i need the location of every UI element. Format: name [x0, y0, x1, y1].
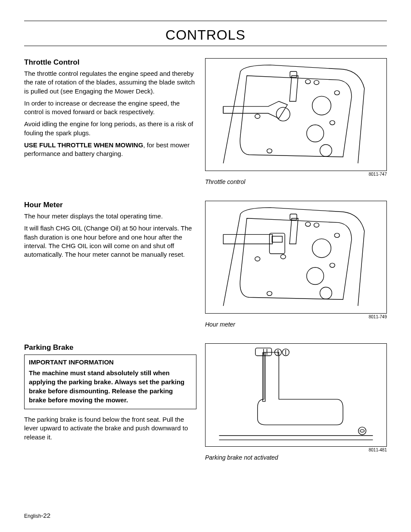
throttle-p4-strong: USE FULL THROTTLE WHEN MOWING	[24, 141, 143, 149]
svg-point-16	[314, 223, 319, 227]
parking-brake-icon	[206, 344, 386, 446]
page-footer: English-22	[24, 512, 50, 519]
svg-point-28	[360, 429, 364, 432]
hour-meter-figure	[205, 201, 387, 314]
important-body: The machine must stand absolutely still …	[29, 368, 192, 404]
svg-point-7	[255, 114, 260, 118]
svg-rect-10	[290, 72, 297, 78]
svg-rect-24	[272, 236, 282, 242]
svg-point-18	[255, 257, 260, 261]
throttle-p1: The throttle control regulates the engin…	[24, 69, 196, 96]
throttle-control-icon	[206, 59, 386, 171]
throttle-figure	[205, 58, 387, 171]
hour-p1: The hour meter displays the total operat…	[24, 212, 196, 221]
footer-page-number: -22	[41, 512, 50, 519]
svg-point-19	[330, 263, 335, 268]
throttle-p3: Avoid idling the engine for long periods…	[24, 120, 196, 137]
brake-figure-caption: Parking brake not activated	[205, 454, 387, 461]
throttle-figure-caption: Throttle control	[205, 178, 387, 185]
svg-point-2	[307, 125, 324, 142]
footer-language: English	[24, 513, 41, 519]
hour-figure-id: 8011-749	[205, 314, 387, 319]
throttle-heading: Throttle Control	[24, 58, 196, 67]
brake-p1: The parking brake is found below the fro…	[24, 415, 196, 442]
svg-point-20	[267, 291, 272, 296]
svg-point-5	[314, 81, 319, 85]
svg-point-27	[358, 427, 366, 435]
svg-point-9	[267, 149, 272, 153]
svg-point-13	[307, 268, 324, 285]
brake-heading: Parking Brake	[24, 343, 196, 352]
svg-point-0	[276, 107, 290, 121]
svg-point-21	[280, 255, 286, 259]
svg-point-15	[305, 222, 311, 227]
section-parking-brake: Parking Brake IMPORTANT INFORMATION The …	[24, 343, 387, 461]
hour-figure-caption: Hour meter	[205, 321, 387, 328]
important-information-box: IMPORTANT INFORMATION The machine must s…	[24, 355, 196, 409]
svg-point-17	[334, 233, 339, 237]
brake-figure-id: 8011-481	[205, 448, 387, 452]
svg-rect-22	[290, 214, 297, 220]
svg-point-8	[330, 121, 335, 125]
throttle-figure-id: 8011-747	[205, 172, 387, 177]
hour-p2: It will flash CHG OIL (Change Oil) at 50…	[24, 224, 196, 259]
svg-point-6	[334, 90, 339, 95]
page-title: CONTROLS	[24, 24, 387, 46]
svg-point-1	[312, 96, 331, 115]
section-throttle: Throttle Control The throttle control re…	[24, 58, 387, 185]
hour-meter-icon	[206, 201, 386, 313]
throttle-p4: USE FULL THROTTLE WHEN MOWING, for best …	[24, 141, 196, 159]
svg-point-3	[320, 144, 332, 156]
important-title: IMPORTANT INFORMATION	[29, 358, 192, 366]
svg-point-4	[305, 80, 311, 84]
throttle-p2: In order to increase or decrease the eng…	[24, 99, 196, 117]
svg-point-14	[320, 287, 332, 299]
hour-heading: Hour Meter	[24, 201, 196, 209]
parking-brake-figure	[205, 343, 387, 447]
section-hour-meter: Hour Meter The hour meter displays the t…	[24, 201, 387, 328]
svg-point-12	[312, 239, 331, 258]
